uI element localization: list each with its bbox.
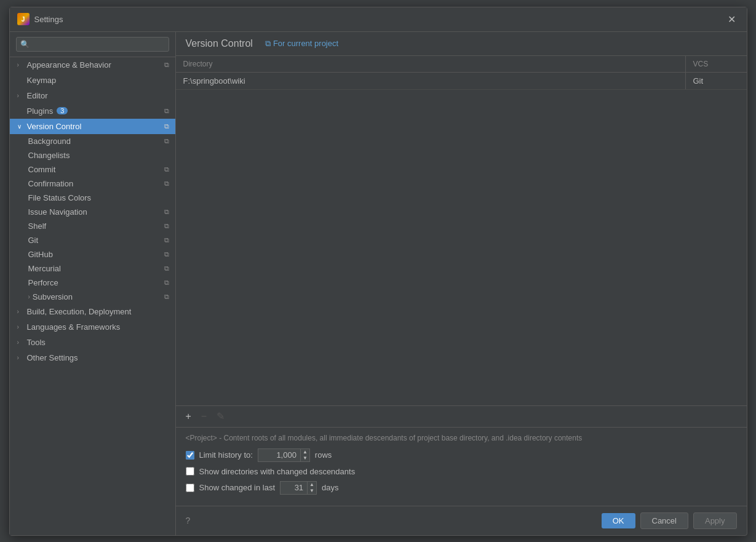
sidebar-item-file-status-colors[interactable]: File Status Colors — [10, 191, 175, 205]
sidebar-item-label: Git — [28, 236, 39, 245]
dialog-title: Settings — [34, 15, 724, 24]
sidebar-item-subversion[interactable]: › Subversion ⧉ — [10, 290, 175, 304]
show-changed-up-arrow[interactable]: ▲ — [308, 482, 316, 488]
arrow-icon: › — [17, 308, 25, 315]
app-icon: J — [17, 13, 30, 25]
copy-icon: ⧉ — [164, 265, 169, 273]
plugins-badge: 3 — [57, 107, 68, 114]
sidebar-item-changelists[interactable]: Changelists — [10, 148, 175, 162]
dialog-body: 🔍 › Appearance & Behavior ⧉ Keymap › Edi… — [10, 32, 747, 535]
sidebar-item-tools[interactable]: › Tools — [10, 335, 175, 350]
show-directories-checkbox[interactable] — [186, 467, 194, 476]
close-button[interactable]: ✕ — [724, 12, 739, 26]
copy-icon: ⧉ — [164, 293, 169, 301]
limit-history-checkbox[interactable] — [186, 451, 194, 460]
sidebar-item-background[interactable]: Background ⧉ — [10, 134, 175, 148]
sidebar-item-label: Appearance & Behavior — [27, 60, 111, 70]
sidebar-item-label: GitHub — [28, 250, 53, 259]
vcs-table: Directory VCS F:\springboot\wiki Git — [176, 56, 747, 405]
sidebar-item-commit[interactable]: Commit ⧉ — [10, 162, 175, 177]
table-row[interactable]: F:\springboot\wiki Git — [176, 73, 747, 90]
sidebar-item-plugins[interactable]: Plugins 3 ⧉ — [10, 103, 175, 119]
sidebar-item-github[interactable]: GitHub ⧉ — [10, 247, 175, 261]
limit-history-label: Limit history to: — [199, 450, 253, 460]
dialog-footer: ? OK Cancel Apply — [176, 506, 747, 535]
apply-button[interactable]: Apply — [693, 512, 737, 529]
sidebar-item-languages[interactable]: › Languages & Frameworks — [10, 319, 175, 335]
main-title: Version Control — [186, 38, 253, 49]
sidebar-item-build[interactable]: › Build, Execution, Deployment — [10, 304, 175, 319]
copy-icon: ⧉ — [164, 107, 169, 115]
bottom-options: <Project> - Content roots of all modules… — [176, 427, 747, 506]
remove-button[interactable]: − — [197, 410, 210, 423]
sidebar-item-label: Languages & Frameworks — [27, 322, 121, 332]
table-header: Directory VCS — [176, 56, 747, 73]
ok-button[interactable]: OK — [602, 513, 635, 528]
sidebar-item-label: Plugins — [27, 106, 54, 116]
show-changed-spinner-group: ▲ ▼ — [280, 481, 317, 495]
limit-history-spinner-arrows: ▲ ▼ — [301, 448, 310, 462]
limit-history-row: Limit history to: ▲ ▼ rows — [186, 448, 737, 462]
sidebar-item-other-settings[interactable]: › Other Settings — [10, 350, 175, 365]
col-directory: Directory — [176, 56, 685, 72]
limit-history-up-arrow[interactable]: ▲ — [301, 449, 309, 455]
copy-icon: ⧉ — [164, 137, 169, 145]
sidebar-item-mercurial[interactable]: Mercurial ⧉ — [10, 261, 175, 276]
sidebar-item-keymap[interactable]: Keymap — [10, 73, 175, 88]
sidebar-item-label: File Status Colors — [28, 193, 92, 202]
arrow-icon: › — [17, 324, 25, 330]
title-bar: J Settings ✕ — [10, 7, 747, 32]
arrow-icon: › — [17, 92, 25, 99]
settings-dialog: J Settings ✕ 🔍 › Appearance & Behavior ⧉… — [9, 7, 747, 536]
limit-history-input[interactable] — [258, 448, 301, 462]
show-changed-suffix: days — [322, 483, 338, 492]
sidebar-item-label: Tools — [27, 338, 46, 347]
sidebar-item-shelf[interactable]: Shelf ⧉ — [10, 219, 175, 233]
sidebar-item-label: Subversion — [33, 292, 73, 301]
show-changed-down-arrow[interactable]: ▼ — [308, 488, 316, 494]
sidebar-item-issue-navigation[interactable]: Issue Navigation ⧉ — [10, 205, 175, 219]
link-icon: ⧉ — [265, 39, 271, 49]
main-body: Directory VCS F:\springboot\wiki Git + −… — [176, 56, 747, 506]
limit-history-down-arrow[interactable]: ▼ — [301, 455, 309, 461]
main-content: Version Control ⧉ For current project Di… — [176, 32, 747, 535]
arrow-icon: › — [17, 339, 25, 346]
copy-icon: ⧉ — [164, 122, 169, 130]
search-box: 🔍 — [10, 32, 175, 57]
sidebar-item-label: Build, Execution, Deployment — [27, 307, 132, 316]
for-current-project-link[interactable]: ⧉ For current project — [265, 39, 338, 49]
cancel-button[interactable]: Cancel — [640, 512, 688, 529]
sidebar-item-label: Shelf — [28, 221, 47, 231]
sidebar-item-editor[interactable]: › Editor — [10, 88, 175, 103]
copy-icon: ⧉ — [164, 165, 169, 173]
limit-history-suffix: rows — [315, 450, 332, 460]
table-cell-vcs: Git — [685, 73, 747, 89]
copy-icon: ⧉ — [164, 222, 169, 230]
search-input[interactable] — [16, 37, 169, 52]
show-changed-checkbox[interactable] — [186, 484, 194, 492]
sidebar-item-label: Keymap — [27, 76, 57, 85]
show-changed-input[interactable] — [280, 481, 308, 495]
hint-text: <Project> - Content roots of all modules… — [186, 434, 737, 442]
search-wrapper: 🔍 — [16, 37, 169, 52]
sidebar: 🔍 › Appearance & Behavior ⧉ Keymap › Edi… — [10, 32, 176, 535]
copy-icon: ⧉ — [164, 61, 169, 69]
sidebar-item-version-control[interactable]: ∨ Version Control ⧉ — [10, 119, 175, 134]
sidebar-item-label: Background — [28, 137, 71, 146]
show-directories-label: Show directories with changed descendant… — [199, 467, 356, 476]
add-button[interactable]: + — [182, 410, 195, 423]
show-changed-row: Show changed in last ▲ ▼ days — [186, 481, 737, 495]
show-changed-label: Show changed in last — [199, 483, 276, 492]
sidebar-item-appearance[interactable]: › Appearance & Behavior ⧉ — [10, 57, 175, 73]
col-vcs: VCS — [685, 56, 747, 72]
show-changed-spinner-arrows: ▲ ▼ — [308, 481, 317, 495]
sidebar-item-label: Version Control — [27, 122, 82, 131]
arrow-icon: › — [17, 354, 25, 361]
sidebar-item-confirmation[interactable]: Confirmation ⧉ — [10, 177, 175, 191]
table-toolbar: + − ✎ — [176, 405, 747, 427]
sidebar-item-perforce[interactable]: Perforce ⧉ — [10, 276, 175, 290]
sidebar-item-label: Perforce — [28, 278, 58, 287]
sidebar-item-git[interactable]: Git ⧉ — [10, 233, 175, 247]
help-button[interactable]: ? — [186, 516, 191, 525]
edit-button[interactable]: ✎ — [213, 410, 228, 423]
